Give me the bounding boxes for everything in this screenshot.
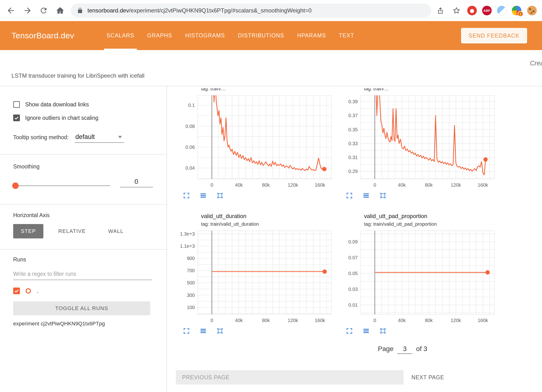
chart-toolbar (182, 191, 339, 200)
svg-text:40k: 40k (398, 182, 406, 188)
runs-filter-input[interactable] (13, 269, 152, 280)
checkbox-label: Show data download links (25, 101, 89, 108)
svg-text:0.03: 0.03 (348, 287, 358, 292)
slider-thumb[interactable] (12, 183, 19, 189)
reload-icon (39, 6, 48, 15)
axis-relative-button[interactable]: RELATIVE (51, 224, 93, 238)
line-chart[interactable]: 0.090.070.050.030.01040k80k120k160k (343, 228, 497, 325)
settings-sidebar: Show data download links Ignore outliers… (0, 86, 167, 392)
home-icon (56, 6, 65, 15)
next-page-button[interactable]: NEXT PAGE (411, 370, 444, 385)
tab-graphs[interactable]: GRAPHS (141, 21, 179, 50)
horizontal-axis-toggle: STEP RELATIVE WALL (13, 224, 131, 238)
chart-toolbar (345, 327, 502, 335)
svg-text:500: 500 (187, 280, 195, 285)
svg-text:160k: 160k (478, 318, 488, 323)
show-download-links-checkbox[interactable]: Show data download links (13, 101, 89, 108)
home-button[interactable] (56, 6, 65, 15)
fit-icon (379, 327, 386, 334)
axis-step-button[interactable]: STEP (13, 224, 43, 238)
toggle-log-axis-button[interactable] (199, 191, 207, 200)
expand-chart-button[interactable] (345, 327, 353, 335)
fit-domain-button[interactable] (379, 191, 387, 200)
run-color-swatch (26, 288, 31, 294)
svg-text:0: 0 (211, 318, 213, 323)
svg-text:900: 900 (187, 256, 195, 261)
chart-card-top-right: tag: train/… 0.390.370.350.330.310.29040… (343, 88, 502, 200)
expand-icon (183, 192, 190, 199)
page-label: Page (378, 345, 393, 353)
run-row[interactable]: . (13, 287, 38, 294)
chart-tag: tag: train/valid_utt_duration (201, 221, 339, 227)
svg-text:0: 0 (211, 182, 213, 188)
fit-domain-button[interactable] (379, 327, 387, 335)
fit-domain-button[interactable] (216, 327, 224, 335)
line-chart[interactable]: 0.390.370.350.330.310.29040k80k120k160k (343, 92, 497, 190)
svg-text:120k: 120k (451, 318, 461, 323)
svg-text:0: 0 (374, 182, 376, 188)
forward-arrow-icon (23, 6, 32, 15)
expand-icon (346, 192, 353, 199)
cookie-extension-icon[interactable] (527, 6, 537, 15)
screenshot-extension-icon[interactable] (497, 6, 507, 15)
smoothing-slider[interactable] (13, 185, 110, 186)
svg-text:0.09: 0.09 (348, 239, 358, 244)
chart-header-clipped: tag: train/… (201, 88, 339, 92)
toggle-log-axis-button[interactable] (362, 191, 370, 200)
svg-text:0.04: 0.04 (185, 165, 195, 171)
svg-text:0.37: 0.37 (348, 113, 358, 118)
tab-histograms[interactable]: HISTOGRAMS (179, 21, 231, 50)
reload-button[interactable] (39, 6, 48, 15)
svg-text:40k: 40k (398, 318, 406, 323)
svg-text:160k: 160k (315, 182, 325, 188)
adblock-extension-icon[interactable] (467, 6, 477, 15)
chart-tag-clipped: tag: train/… (364, 88, 389, 92)
tooltip-sorting-label: Tooltip sorting method: (13, 134, 69, 141)
chart-toolbar (345, 191, 502, 200)
svg-text:80k: 80k (425, 182, 433, 188)
tooltip-sorting-value: default (75, 133, 95, 141)
send-feedback-button[interactable]: SEND FEEDBACK (461, 28, 527, 43)
svg-text:160k: 160k (478, 182, 488, 188)
run-checkbox[interactable] (13, 288, 20, 294)
smoothing-value-input[interactable] (120, 178, 153, 187)
tab-hparams[interactable]: HPARAMS (291, 21, 332, 50)
share-button[interactable] (437, 7, 444, 14)
line-chart[interactable]: 0.10.080.060.04040k80k120k160k (180, 92, 334, 190)
svg-text:0.07: 0.07 (348, 255, 358, 260)
svg-text:0.08: 0.08 (185, 124, 195, 129)
fit-domain-button[interactable] (216, 191, 224, 200)
toggle-log-axis-button[interactable] (362, 327, 370, 335)
toggle-all-runs-button[interactable]: TOGGLE ALL RUNS (13, 301, 150, 315)
url-domain: tensorboard.dev (87, 7, 129, 14)
url-bar[interactable]: tensorboard.dev/experiment/cj2vtPiwQHKN9… (71, 4, 431, 17)
url-path: /experiment/cj2vtPiwQHKN9Q1tx6PTpg/#scal… (129, 7, 311, 14)
expand-chart-button[interactable] (345, 191, 353, 200)
previous-page-button[interactable]: PREVIOUS PAGE (176, 370, 404, 385)
toggle-log-axis-button[interactable] (199, 327, 207, 335)
svg-text:0: 0 (374, 318, 376, 323)
back-button[interactable] (6, 6, 15, 15)
tab-text[interactable]: TEXT (333, 21, 361, 50)
bookmark-star-button[interactable] (452, 6, 461, 15)
expand-chart-button[interactable] (182, 191, 190, 200)
divider (0, 204, 167, 205)
tooltip-sorting-dropdown[interactable]: default (75, 133, 124, 143)
page-number-input[interactable] (397, 345, 412, 354)
browser-toolbar: tensorboard.dev/experiment/cj2vtPiwQHKN9… (0, 0, 542, 21)
line-chart[interactable]: 1.3e+31.1e+3900700500300100040k80k120k16… (180, 228, 334, 325)
tab-scalars[interactable]: SCALARS (100, 21, 141, 50)
experiment-title: LSTM transducer training for LibriSpeech… (12, 72, 144, 79)
app-logo[interactable]: TensorBoard.dev (12, 31, 74, 40)
axis-wall-button[interactable]: WALL (101, 224, 131, 238)
lines-icon (200, 192, 207, 199)
clipped-create-link[interactable]: Crea (530, 60, 542, 67)
profile-extension-icon[interactable]: 1 (512, 6, 521, 15)
tab-distributions[interactable]: DISTRIBUTIONS (231, 21, 291, 50)
svg-text:80k: 80k (262, 182, 270, 188)
ignore-outliers-checkbox[interactable]: Ignore outliers in chart scaling (13, 115, 98, 121)
forward-button[interactable] (23, 6, 32, 15)
abp-extension-icon[interactable]: ABP (482, 6, 492, 15)
fit-icon (216, 327, 224, 334)
expand-chart-button[interactable] (182, 327, 190, 335)
